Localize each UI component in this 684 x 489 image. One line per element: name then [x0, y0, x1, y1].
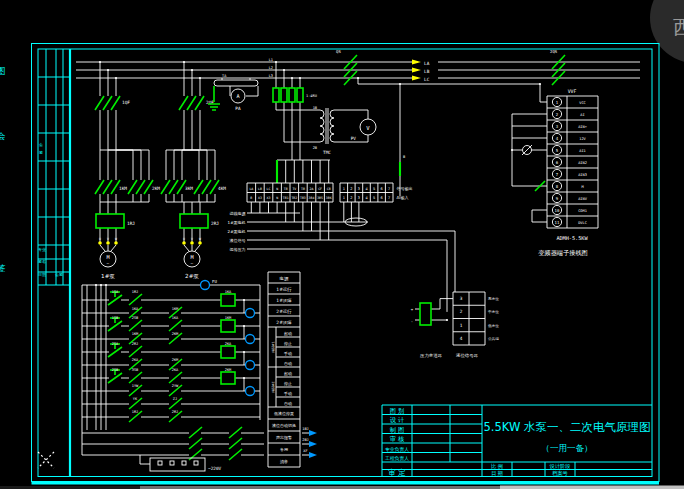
- rung-description: 自动: [284, 401, 292, 406]
- coil-label: 2KA: [225, 342, 232, 346]
- vfd-terminal-label: AI1: [579, 149, 586, 153]
- terminal-cell: 3B5: [317, 196, 323, 200]
- cable-lines: 进线电源 1#泵电机 2#泵电机 液位信号 远传压力: [228, 202, 455, 312]
- revision-cell: 会: [39, 142, 43, 147]
- signal-label: XF: [303, 449, 307, 453]
- power-bus: LA LB LC L1 L2 L3 QS 2QS: [76, 49, 640, 102]
- sensor-caption: 压力变送器: [420, 353, 443, 358]
- titleblock-field: 比 例: [491, 463, 503, 470]
- rung-description: 起动: [284, 371, 292, 377]
- group-side-label: 2#控制: [271, 381, 275, 392]
- contactor-label: 3KM: [185, 186, 193, 191]
- terminal-strip-b: 1 2 3 4 5 6 7 1 2 3 4 5 6 7 信号输出 AI输入: [340, 183, 413, 202]
- titleblock-field: 专业负责人: [385, 447, 409, 452]
- socket-label: ~220V: [208, 466, 222, 471]
- terminal-cell: TB3: [300, 196, 306, 200]
- vfd-terminal-label: 12V: [579, 137, 586, 141]
- titleblock-field: 图 别: [390, 407, 404, 415]
- cad-canvas: 西 图 会 签 会 签 专业 签名 日期 会签 LA LB LC L1 L2 L…: [0, 0, 684, 489]
- edge-fragment: 图: [0, 66, 6, 76]
- vfd-terminal-label: DVLC: [578, 221, 587, 225]
- signal-arrow: [309, 452, 317, 458]
- pressure-sensor-icon: [420, 303, 431, 325]
- terminal-cell: N: [276, 187, 278, 191]
- contact-label: 2YW: [172, 384, 179, 388]
- terminal-cell: 5: [373, 196, 375, 200]
- cable-label: 远传压力: [230, 247, 246, 252]
- terminal-cell: 3: [358, 196, 360, 200]
- sensor-row-label: 公共端: [488, 337, 499, 341]
- voltmeter-letter: V: [366, 125, 370, 131]
- polarity-label: +: [411, 307, 414, 312]
- motor-tilde: ~: [191, 261, 194, 266]
- titleblock-field: 设计阶段: [549, 463, 571, 469]
- contact-label: 2SB: [112, 368, 119, 372]
- vfd-terminal-no: 1: [556, 100, 559, 105]
- motor-letter: M: [106, 254, 109, 260]
- contact-label: 2SB: [132, 316, 139, 320]
- control-ladder: FU 1SA 1RJ 1KA 1KA 1KM 1SB 2SB 1KA 1KM 1…: [82, 279, 317, 471]
- contactor-label: 1KM: [119, 186, 127, 191]
- sensor-terminal-no: 2: [460, 309, 463, 314]
- sensor-terminal-no: 4: [460, 336, 463, 341]
- window-scrollbar-thumb[interactable]: [500, 486, 684, 489]
- terminal-cell: 2: [350, 187, 352, 191]
- vfd-terminal-no: 9: [556, 196, 559, 201]
- titleblock-field: 工程负责人: [385, 455, 409, 461]
- contact-label: 1KM: [132, 332, 139, 336]
- coil-icon: [221, 372, 235, 384]
- sensor-row-label: 高液位: [488, 296, 499, 301]
- vfd-terminal-label: COM1: [578, 209, 587, 213]
- ct-label: TA: [222, 74, 227, 78]
- terminal-cell: 3B6: [326, 196, 332, 200]
- ammeter-label: PA: [235, 106, 241, 111]
- wire-label: B: [403, 155, 405, 159]
- rung-description: 起动: [284, 331, 292, 337]
- terminal-letter: U: [99, 237, 101, 241]
- vfd-terminal-label: VCC: [579, 101, 586, 105]
- coil-icon: [221, 320, 235, 332]
- rung-description: 2#运行: [276, 309, 292, 314]
- vfd-terminal-label: AI: [580, 113, 584, 117]
- rung-description: 自动: [284, 361, 292, 366]
- window-bottom-edge: [0, 486, 684, 489]
- sensor-row-label: 低液位: [488, 323, 499, 328]
- control-transformer: 1-4RU 1B 2B TMC V PV B: [273, 62, 405, 196]
- vfd-panel: VVF 1 2 3 4 5 6 7 8 9 10 11 VCC AI AIN+ …: [512, 89, 598, 258]
- terminal-cell: 4: [365, 196, 367, 200]
- vfd-terminal-no: 7: [556, 172, 559, 177]
- coil-label: 1KM: [225, 316, 232, 320]
- terminal-letter: U: [183, 237, 185, 241]
- terminal-cell: LA: [249, 187, 253, 191]
- revision-cell: 专业: [38, 247, 46, 252]
- vfd-terminal-no: 10: [555, 208, 560, 213]
- thermal-label: 2RJ: [211, 221, 219, 226]
- terminal-cell: B: [250, 196, 252, 200]
- ground-icon: [208, 86, 220, 110]
- terminal-cell: N: [276, 196, 278, 200]
- signal-arrow: [309, 430, 317, 436]
- thermal-relay-icon: [96, 214, 124, 228]
- strip-note: 信号输出: [397, 186, 413, 192]
- drawing-title: 5.5KW 水泵一、二次电气原理图: [484, 420, 651, 434]
- fuse-icon: [289, 88, 295, 102]
- terminal-letter: V: [107, 237, 109, 241]
- terminal-cell: CB: [327, 187, 331, 191]
- terminal-cell: 6: [381, 196, 383, 200]
- indicator-lamp-icon: [246, 309, 255, 318]
- rung-description: 2#故障: [276, 320, 292, 325]
- terminal-cell: 5: [373, 187, 375, 191]
- polarity-label: -: [411, 319, 413, 324]
- ammeter-letter: A: [236, 93, 240, 99]
- fuse-icon: [297, 88, 303, 102]
- titleblock-field: 设 计: [390, 416, 405, 423]
- titleblock-field: 档案号: [551, 470, 568, 477]
- site-watermark: 西: [650, 0, 684, 63]
- titleblock-field: 审 核: [390, 435, 404, 442]
- contact-label: 2KA: [172, 368, 179, 372]
- thermal-relay-icon: [180, 214, 208, 228]
- title-block: 图 别 设 计 制 图 审 核 专业负责人 工程负责人 审 定 比 例 日 期 …: [382, 405, 652, 477]
- transformer-label: TMC: [323, 150, 331, 155]
- ladder-description-column: 电源 1#运行 1#故障 2#运行 2#故障 1#控制 起动 停止 手动 自动 …: [268, 272, 300, 467]
- cable-label: 2#泵电机: [228, 229, 246, 234]
